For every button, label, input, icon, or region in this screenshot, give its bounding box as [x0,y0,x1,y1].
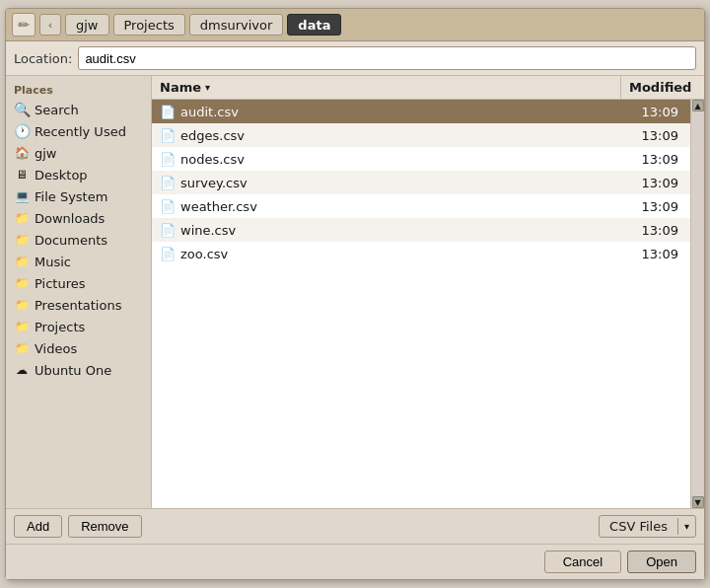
file-icon: 📄 [160,175,176,190]
file-row[interactable]: 📄survey.csv13:09 [152,171,690,194]
videos-icon: 📁 [14,340,30,356]
pictures-icon: 📁 [14,275,30,291]
projects-icon: 📁 [14,319,30,334]
desktop-icon: 🖥 [14,167,30,183]
file-list: 📄audit.csv13:09📄edges.csv13:09📄nodes.csv… [152,100,690,508]
file-system-icon: 💻 [14,188,30,204]
name-column-header[interactable]: Name ▾ [152,76,621,99]
sidebar-item-recently-used[interactable]: 🕐 Recently Used [6,120,151,142]
title-bar: ✏ ‹ gjw Projects dmsurvivor data [6,9,704,41]
sidebar-label-pictures: Pictures [35,276,85,291]
file-modified: 13:09 [623,105,682,119]
file-row[interactable]: 📄nodes.csv13:09 [152,147,690,171]
sidebar-item-ubuntu-one[interactable]: ☁ Ubuntu One [6,359,151,381]
file-row[interactable]: 📄edges.csv13:09 [152,123,690,147]
sidebar-label-projects: Projects [35,320,85,334]
sidebar-label-recently-used: Recently Used [35,124,126,139]
file-icon: 📄 [160,246,176,261]
location-label: Location: [14,51,72,66]
sidebar-item-desktop[interactable]: 🖥 Desktop [6,164,151,185]
file-name: zoo.csv [180,247,618,261]
sidebar-section-label: Places [6,80,151,99]
breadcrumb-projects[interactable]: Projects [113,14,185,36]
file-name: survey.csv [180,176,618,190]
file-modified: 13:09 [623,152,682,167]
sidebar-item-pictures[interactable]: 📁 Pictures [6,272,151,294]
sidebar-item-videos[interactable]: 📁 Videos [6,337,151,359]
recently-used-icon: 🕐 [14,123,30,139]
home-icon: 🏠 [14,145,30,161]
sidebar-label-file-system: File System [35,189,107,204]
sidebar-item-gjw[interactable]: 🏠 gjw [6,142,151,164]
add-button[interactable]: Add [14,515,62,538]
file-modified: 13:09 [623,247,682,261]
main-area: Places 🔍 Search 🕐 Recently Used 🏠 gjw 🖥 … [6,76,704,508]
file-modified: 13:09 [623,128,682,143]
ubuntu-one-icon: ☁ [14,362,30,378]
breadcrumb-dmsurvivor[interactable]: dmsurvivor [189,14,284,36]
filter-combo[interactable]: CSV Files ▾ [599,515,696,538]
sidebar-label-music: Music [35,255,71,269]
file-row[interactable]: 📄zoo.csv13:09 [152,242,690,265]
file-area: Name ▾ Modified 📄audit.csv13:09📄edges.cs… [152,76,704,508]
action-bar: Cancel Open [6,544,704,579]
sidebar-label-gjw: gjw [35,146,57,161]
sidebar-item-file-system[interactable]: 💻 File System [6,185,151,207]
cancel-button[interactable]: Cancel [544,551,621,573]
music-icon: 📁 [14,254,30,269]
file-modified: 13:09 [623,223,682,238]
file-name: nodes.csv [180,152,618,167]
file-icon: 📄 [160,198,176,214]
file-icon: 📄 [160,127,176,143]
downloads-icon: 📁 [14,210,30,226]
filter-label: CSV Files [600,516,677,537]
file-row[interactable]: 📄wine.csv13:09 [152,218,690,242]
scrollbar[interactable]: ▲ ▼ [690,100,704,508]
file-open-dialog: ✏ ‹ gjw Projects dmsurvivor data Locatio… [5,8,705,580]
file-name: edges.csv [180,128,618,143]
location-input[interactable] [78,46,696,70]
sidebar-item-presentations[interactable]: 📁 Presentations [6,294,151,316]
modified-column-header[interactable]: Modified [621,76,690,99]
sort-arrow-icon: ▾ [205,82,210,93]
file-name: audit.csv [180,105,618,119]
sidebar-label-documents: Documents [35,233,107,248]
file-icon: 📄 [160,222,176,238]
sidebar-label-ubuntu-one: Ubuntu One [35,363,111,378]
sidebar: Places 🔍 Search 🕐 Recently Used 🏠 gjw 🖥 … [6,76,152,508]
breadcrumb-data[interactable]: data [287,14,341,36]
file-modified: 13:09 [623,199,682,214]
remove-button[interactable]: Remove [68,515,141,538]
documents-icon: 📁 [14,232,30,248]
file-name: wine.csv [180,223,618,238]
bottom-bar: Add Remove CSV Files ▾ [6,508,704,544]
sidebar-item-documents[interactable]: 📁 Documents [6,229,151,251]
sidebar-label-videos: Videos [35,341,77,356]
filter-dropdown-arrow-icon[interactable]: ▾ [677,518,695,535]
breadcrumb-gjw[interactable]: gjw [65,14,109,36]
sidebar-item-search[interactable]: 🔍 Search [6,99,151,120]
file-row[interactable]: 📄audit.csv13:09 [152,100,690,123]
sidebar-label-desktop: Desktop [35,168,88,183]
sidebar-label-downloads: Downloads [35,211,105,226]
sidebar-item-projects[interactable]: 📁 Projects [6,316,151,337]
file-modified: 13:09 [623,176,682,190]
sidebar-label-presentations: Presentations [35,298,121,313]
sidebar-item-downloads[interactable]: 📁 Downloads [6,207,151,229]
nav-back-button[interactable]: ‹ [39,14,61,36]
sidebar-item-music[interactable]: 📁 Music [6,251,151,272]
presentations-icon: 📁 [14,297,30,313]
open-button[interactable]: Open [627,551,696,573]
dialog-icon: ✏ [12,13,36,37]
search-icon: 🔍 [14,102,30,117]
file-row[interactable]: 📄weather.csv13:09 [152,194,690,218]
file-icon: 📄 [160,104,176,119]
location-bar: Location: [6,41,704,76]
file-list-header: Name ▾ Modified [152,76,704,100]
file-icon: 📄 [160,151,176,167]
sidebar-label-search: Search [35,103,79,117]
file-name: weather.csv [180,199,618,214]
